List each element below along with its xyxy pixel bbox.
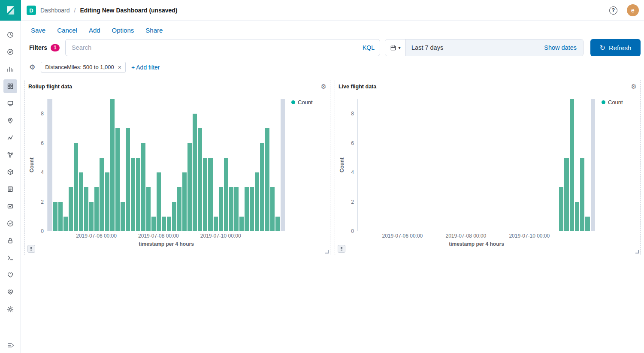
panel-gear-icon[interactable]: ⚙ — [320, 82, 327, 91]
sidebar-item-recently-viewed[interactable] — [2, 26, 19, 43]
bar — [141, 143, 145, 231]
rollup-bar-chart: Count 02468 Count — [28, 99, 327, 231]
filter-pill-close-icon[interactable]: × — [118, 64, 121, 70]
header-right: ? e — [609, 4, 644, 16]
sidebar-item-dev-tools[interactable] — [2, 249, 19, 266]
sidebar-item-management[interactable] — [2, 301, 19, 318]
bar — [182, 172, 187, 231]
share-button[interactable]: Share — [145, 27, 163, 34]
panel-resize-handle[interactable] — [325, 250, 329, 253]
refresh-icon: ↻ — [600, 44, 605, 52]
refresh-label: Refresh — [609, 44, 632, 51]
bar — [564, 158, 568, 231]
bar-series — [358, 99, 596, 231]
legend-toggle-icon[interactable] — [338, 245, 345, 253]
filter-pill-label: DistanceMiles: 500 to 1,000 — [45, 64, 114, 70]
filters-label: Filters — [29, 44, 47, 51]
help-icon[interactable]: ? — [609, 6, 617, 15]
bar — [265, 128, 269, 231]
sidebar-item-discover[interactable] — [2, 43, 19, 60]
cancel-button[interactable]: Cancel — [57, 27, 77, 34]
sidebar-item-machine-learning[interactable] — [2, 129, 19, 146]
show-dates-button[interactable]: Show dates — [544, 44, 583, 51]
legend-dot — [602, 100, 605, 104]
x-axis-title: timestamp per 4 hours — [357, 241, 596, 247]
x-axis-ticks: 2019-07-06 00:002019-07-08 00:002019-07-… — [357, 233, 596, 239]
sidebar-item-visualize[interactable] — [2, 60, 19, 78]
bar — [239, 217, 244, 231]
bar — [193, 114, 197, 231]
user-avatar[interactable]: e — [627, 4, 639, 16]
breadcrumb-dashboard-link[interactable]: Dashboard — [40, 7, 70, 14]
kibana-logo[interactable] — [0, 0, 21, 21]
heartbeat-icon — [3, 285, 17, 299]
plot-area — [47, 99, 285, 231]
sidebar-item-dashboard[interactable] — [2, 78, 19, 95]
bar — [250, 187, 254, 231]
bar — [270, 187, 275, 231]
bar — [146, 187, 151, 231]
bar — [559, 187, 563, 231]
legend-toggle-icon[interactable] — [27, 245, 35, 253]
machine-learning-icon — [3, 131, 17, 145]
chart-legend[interactable]: Count — [285, 99, 327, 106]
add-filter-link[interactable]: + Add filter — [131, 64, 160, 71]
filter-options-gear-icon[interactable]: ⚙ — [29, 64, 35, 71]
sidebar-item-metrics[interactable] — [2, 163, 19, 181]
sidebar-item-uptime[interactable] — [2, 215, 19, 232]
uptime-icon — [3, 217, 17, 230]
bar — [151, 217, 156, 231]
panel-gear-icon[interactable]: ⚙ — [630, 82, 638, 91]
y-axis-ticks: 02468 — [35, 99, 47, 231]
save-button[interactable]: Save — [31, 27, 45, 34]
panel-rollup-flight-data[interactable]: Rollup flight data ⚙ Count 02468 Count 2… — [24, 80, 330, 255]
dashboard-app-badge: D — [27, 6, 36, 15]
breadcrumb-current: Editing New Dashboard (unsaved) — [80, 7, 177, 14]
search-box: KQL — [65, 39, 380, 56]
sidebar-item-apm[interactable] — [2, 198, 19, 215]
sidebar-item-siem[interactable] — [2, 232, 19, 249]
sidebar-item-monitoring[interactable] — [2, 266, 19, 284]
graph-icon — [3, 148, 17, 162]
legend-label: Count — [608, 99, 623, 106]
filter-pill[interactable]: DistanceMiles: 500 to 1,000 × — [41, 62, 126, 72]
dashboard-grid: Rollup flight data ⚙ Count 02468 Count 2… — [24, 80, 641, 255]
sidebar-collapse-icon[interactable] — [0, 342, 21, 349]
time-range-value[interactable]: Last 7 days — [406, 44, 544, 51]
sidebar-item-canvas[interactable] — [2, 95, 19, 112]
legend-dot — [291, 100, 295, 104]
refresh-button[interactable]: ↻ Refresh — [590, 39, 641, 56]
dev-tools-icon — [3, 251, 17, 265]
panel-resize-handle[interactable] — [635, 250, 639, 253]
kibana-logo-icon — [5, 5, 16, 16]
search-input[interactable] — [71, 44, 363, 51]
dashboard-edit-toolbar: Save Cancel Add Options Share — [21, 21, 644, 39]
panel-title: Rollup flight data — [28, 84, 72, 90]
chart-legend[interactable]: Count — [596, 99, 637, 106]
bar — [198, 128, 202, 231]
bar — [203, 158, 207, 231]
siem-lock-icon — [3, 234, 17, 247]
bar — [74, 143, 78, 231]
sidebar-item-heartbeat[interactable] — [2, 284, 19, 301]
metrics-icon — [3, 165, 17, 179]
calendar-quick-select-button[interactable]: ▾ — [385, 39, 406, 56]
add-button[interactable]: Add — [89, 27, 100, 34]
bar — [110, 99, 115, 231]
bar — [53, 202, 57, 231]
breadcrumb: D Dashboard / Editing New Dashboard (uns… — [27, 6, 178, 15]
options-button[interactable]: Options — [112, 27, 134, 34]
sidebar-item-logs[interactable] — [2, 181, 19, 198]
kql-toggle[interactable]: KQL — [363, 44, 375, 51]
sidebar-item-graph[interactable] — [2, 146, 19, 163]
breadcrumb-separator: / — [74, 7, 76, 14]
sidebar-item-maps[interactable] — [2, 112, 19, 129]
y-axis-ticks: 02468 — [345, 99, 357, 231]
filters-button[interactable]: Filters 1 — [29, 39, 65, 56]
panel-live-flight-data[interactable]: Live flight data ⚙ Count 02468 Count 201… — [335, 80, 641, 255]
bar — [131, 158, 135, 231]
logs-icon — [3, 182, 17, 196]
bar — [126, 128, 130, 231]
bar — [229, 187, 233, 231]
bar — [591, 99, 595, 231]
